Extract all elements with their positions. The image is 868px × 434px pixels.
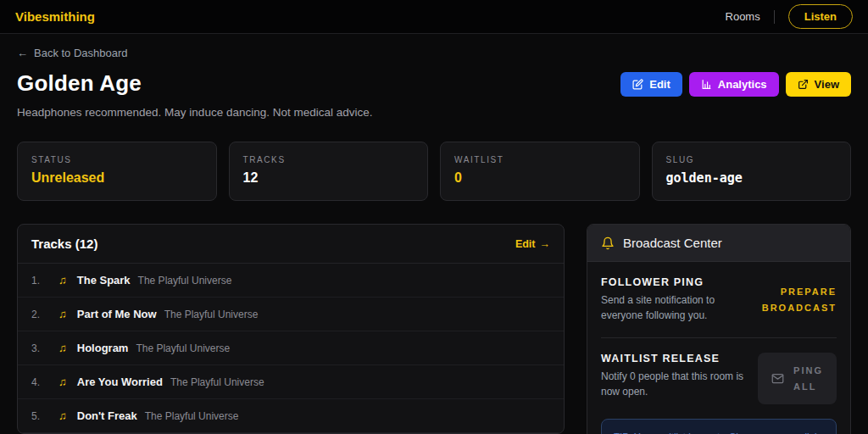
music-note-icon: ♫ [58,308,67,320]
tracks-edit-link[interactable]: Edit → [515,238,550,250]
top-nav: Vibesmithing Rooms Listen [0,0,868,34]
waitlist-release-section: WAITLIST RELEASE Notify 0 people that th… [601,353,837,404]
waitlist-tip-box: TIP: Your waitlist is empty. Share your … [601,419,837,434]
track-row[interactable]: 3. ♫ Hologram The Playful Universe [18,331,564,365]
track-row[interactable]: 1. ♫ The Spark The Playful Universe [18,264,564,298]
stat-card-tracks: TRACKS 12 [229,142,429,201]
stats-row: STATUS Unreleased TRACKS 12 WAITLIST 0 S… [17,142,851,201]
stat-value-tracks: 12 [243,170,415,186]
title-row: Golden Age Edit Analytics View [17,70,851,97]
track-row[interactable]: 4. ♫ Are You Worried The Playful Univers… [18,365,564,399]
stat-card-slug: SLUG golden-age [652,142,852,201]
follower-ping-text: FOLLOWER PING Send a site notification t… [601,276,752,323]
tracks-panel: Tracks (12) Edit → 1. ♫ The Spark The Pl… [17,224,565,434]
track-artist: The Playful Universe [136,342,230,354]
track-title: Don't Freak [77,409,137,422]
track-row[interactable]: 2. ♫ Part of Me Now The Playful Universe [18,298,564,331]
analytics-button[interactable]: Analytics [689,72,779,97]
stat-card-waitlist: WAITLIST 0 [440,142,640,201]
nav-right: Rooms Listen [726,4,853,29]
track-title: Part of Me Now [77,308,157,320]
waitlist-release-title: WAITLIST RELEASE [601,353,748,364]
tracks-panel-header: Tracks (12) Edit → [18,225,564,264]
follower-ping-section: FOLLOWER PING Send a site notification t… [601,276,837,323]
track-artist: The Playful Universe [138,275,232,287]
envelope-icon [771,372,784,385]
stat-label: WAITLIST [454,155,626,164]
stat-value-slug: golden-age [666,170,837,186]
edit-button-label: Edit [649,78,670,91]
track-number: 5. [31,410,53,422]
track-number: 3. [31,342,53,354]
follower-ping-desc: Send a site notification to everyone fol… [601,292,752,323]
listen-button[interactable]: Listen [788,4,853,29]
stat-label: STATUS [31,155,203,164]
stat-label: SLUG [666,155,837,164]
broadcast-center-body: FOLLOWER PING Send a site notification t… [587,262,850,434]
bar-chart-icon [701,79,712,90]
arrow-right-icon: → [540,238,551,250]
tracks-panel-title: Tracks (12) [31,236,97,251]
external-link-icon [798,79,809,90]
tracks-edit-label: Edit [515,238,536,250]
waitlist-release-text: WAITLIST RELEASE Notify 0 people that th… [601,353,748,404]
edit-button[interactable]: Edit [620,72,682,97]
page-subtitle: Headphones recommended. May induce danci… [17,106,851,119]
view-button[interactable]: View [786,72,851,97]
main-grid: Tracks (12) Edit → 1. ♫ The Spark The Pl… [17,224,851,434]
track-title: The Spark [77,274,131,287]
track-title: Hologram [77,342,129,354]
ping-all-button[interactable]: PING ALL [758,353,837,404]
track-number: 2. [31,309,53,320]
broadcast-center-panel: Broadcast Center FOLLOWER PING Send a si… [587,224,851,434]
back-label: Back to Dashboard [34,47,128,59]
stat-value-status: Unreleased [31,170,203,186]
music-note-icon: ♫ [58,274,67,287]
edit-pencil-icon [632,79,643,90]
nav-divider [774,10,775,24]
action-buttons: Edit Analytics View [620,72,851,97]
page-title: Golden Age [17,70,142,97]
broadcast-center-title: Broadcast Center [623,236,722,250]
nav-link-rooms[interactable]: Rooms [726,10,760,23]
track-artist: The Playful Universe [170,376,264,388]
waitlist-release-desc: Notify 0 people that this room is now op… [601,369,748,399]
bell-icon [601,236,615,250]
track-number: 1. [31,275,53,287]
track-artist: The Playful Universe [145,410,239,422]
analytics-button-label: Analytics [718,78,767,91]
broadcast-center-header: Broadcast Center [587,225,850,262]
ping-all-label: PING ALL [793,363,823,394]
stat-value-waitlist: 0 [454,170,626,186]
music-note-icon: ♫ [58,376,67,388]
back-to-dashboard-link[interactable]: ← Back to Dashboard [17,47,128,59]
stat-card-status: STATUS Unreleased [17,142,217,201]
music-note-icon: ♫ [58,409,67,422]
prepare-broadcast-button[interactable]: PREPARE BROADCAST [762,284,837,315]
stat-label: TRACKS [243,155,415,164]
brand-logo[interactable]: Vibesmithing [15,9,95,24]
music-note-icon: ♫ [58,342,67,354]
track-title: Are You Worried [77,376,163,388]
page-content: ← Back to Dashboard Golden Age Edit Anal… [0,47,868,434]
follower-ping-title: FOLLOWER PING [601,276,752,288]
view-button-label: View [815,78,839,91]
section-divider [601,337,837,338]
track-row[interactable]: 5. ♫ Don't Freak The Playful Universe [18,399,564,433]
track-artist: The Playful Universe [164,309,259,320]
back-arrow-icon: ← [17,47,28,59]
track-number: 4. [31,376,53,388]
